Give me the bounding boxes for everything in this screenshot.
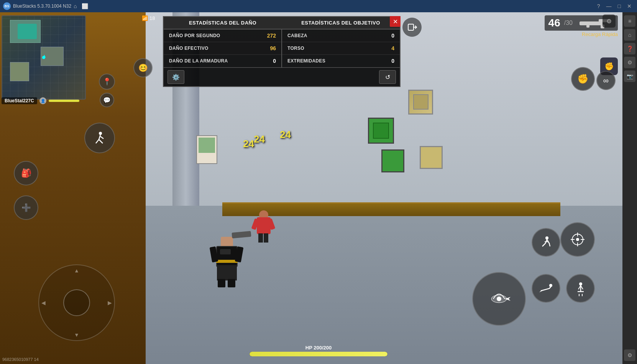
minimap: ▲ bbox=[2, 15, 86, 100]
svg-line-10 bbox=[100, 136, 103, 139]
svg-point-6 bbox=[99, 132, 102, 135]
armor-value: 0 bbox=[273, 58, 276, 64]
minimap-player-dot bbox=[42, 56, 45, 59]
settings-gear-button[interactable]: ⚙ bbox=[603, 15, 616, 28]
crouch-button[interactable] bbox=[532, 228, 560, 257]
player-name: BlueStal227C bbox=[2, 97, 37, 104]
fist-button[interactable]: ✊ bbox=[571, 67, 595, 91]
rv1-icon: ✊ bbox=[604, 62, 614, 71]
limbs-value: 0 bbox=[391, 58, 394, 64]
svg-rect-0 bbox=[408, 24, 414, 30]
minimap-location bbox=[18, 24, 37, 39]
player-bar: BlueStal227C 👤 bbox=[2, 97, 79, 104]
stats-panel: ✕ ESTADÍSTICAS DEL DAÑO ESTADÍSTICAS DEL… bbox=[163, 16, 401, 87]
sidebar-btn-4[interactable]: ⚙ bbox=[624, 57, 635, 68]
run-button[interactable] bbox=[84, 123, 115, 153]
right-sidebar: ≡ ⌂ ❓ ⚙ 📷 ⚙ bbox=[622, 12, 637, 364]
chat-icon: 💬 bbox=[103, 97, 111, 104]
joystick-right-arrow: ▶ bbox=[108, 300, 112, 306]
player-icon: 👤 bbox=[39, 97, 46, 104]
sidebar-btn-5[interactable]: 📷 bbox=[624, 71, 635, 82]
stats-header: ESTADÍSTICAS DEL DAÑO ESTADÍSTICAS DEL O… bbox=[164, 17, 400, 30]
torso-value: 4 bbox=[391, 45, 394, 51]
emoji-button[interactable]: 😊 bbox=[133, 58, 153, 77]
dps-label: DAÑO POR SEGUNDO bbox=[169, 33, 220, 38]
dps-value: 272 bbox=[267, 33, 276, 39]
medkit-icon: ➕ bbox=[21, 203, 31, 212]
stats-row-limbs: EXTREMIDADES 0 bbox=[282, 55, 400, 67]
map-pin-button[interactable]: 📍 bbox=[99, 74, 115, 90]
armor-label: DAÑO DE LA ARMADURA bbox=[169, 58, 228, 64]
reload-text: Recarga Rápida bbox=[582, 31, 618, 37]
target-2 bbox=[368, 118, 394, 144]
damage-number-1: 24 bbox=[243, 138, 254, 150]
infinity-button[interactable]: ∞ bbox=[596, 71, 616, 90]
svg-line-8 bbox=[96, 139, 99, 143]
torso-label: TORSO bbox=[287, 46, 304, 51]
bag-icon: 🎒 bbox=[21, 168, 31, 178]
maximize-btn[interactable]: □ bbox=[616, 2, 623, 10]
ammo-current: 46 bbox=[548, 17, 560, 29]
close-btn[interactable]: ✕ bbox=[625, 2, 634, 10]
medkit-button[interactable]: ➕ bbox=[14, 195, 38, 220]
gear-icon: ⚙ bbox=[606, 18, 612, 25]
joystick-up-arrow: ▲ bbox=[74, 267, 79, 274]
stats-settings-button[interactable]: ⚙️ bbox=[167, 70, 184, 84]
player-character bbox=[214, 237, 241, 287]
stats-close-button[interactable]: ✕ bbox=[390, 16, 401, 27]
sidebar-btn-1[interactable]: ≡ bbox=[624, 15, 635, 27]
bluestacks-logo: BS bbox=[3, 2, 11, 10]
svg-line-7 bbox=[99, 135, 100, 139]
stats-left-header: ESTADÍSTICAS DEL DAÑO bbox=[164, 17, 282, 30]
prone-button[interactable] bbox=[532, 274, 560, 303]
player-health-fill bbox=[49, 100, 79, 102]
ammo-max: /30 bbox=[564, 20, 573, 26]
aim-sight-button[interactable] bbox=[560, 222, 595, 257]
sidebar-btn-6[interactable]: ⚙ bbox=[624, 349, 635, 361]
stats-refresh-icon: ↺ bbox=[385, 74, 390, 81]
player-health-bar-mini bbox=[49, 100, 79, 102]
target-poster bbox=[196, 135, 217, 164]
exit-button[interactable] bbox=[402, 18, 422, 37]
weapon-in-hand bbox=[232, 232, 251, 238]
window-controls: ? — □ ✕ bbox=[595, 2, 634, 10]
damage-number-2: 24 bbox=[254, 133, 265, 145]
stats-refresh-button[interactable]: ↺ bbox=[379, 70, 396, 84]
hud-signal: 📶 18 bbox=[142, 15, 155, 21]
stats-row-head: CABEZA 0 bbox=[282, 30, 400, 42]
signal-value: 18 bbox=[149, 15, 155, 21]
hp-bar-fill bbox=[250, 352, 387, 356]
svg-point-19 bbox=[545, 236, 548, 239]
svg-point-21 bbox=[549, 284, 552, 287]
stats-body: DAÑO POR SEGUNDO 272 DAÑO EFECTIVO 96 DA… bbox=[164, 30, 400, 67]
home-icon[interactable]: ⌂ bbox=[71, 2, 79, 11]
emoji-icon: 😊 bbox=[138, 63, 148, 72]
shoot-aim-button[interactable] bbox=[472, 272, 526, 326]
help-btn[interactable]: ? bbox=[595, 2, 603, 10]
joystick-inner bbox=[63, 289, 90, 316]
stats-right-header: ESTADÍSTICAS DEL OBJETIVO bbox=[282, 17, 400, 30]
svg-point-12 bbox=[497, 297, 501, 301]
infinity-icon: ∞ bbox=[603, 76, 609, 85]
minimize-btn[interactable]: — bbox=[604, 2, 614, 10]
titlebar: BS BlueStacks 5.3.70.1004 N32 ⌂ ⬜ ? — □ … bbox=[0, 0, 637, 12]
joystick[interactable]: ▲ ▼ ◀ ▶ bbox=[38, 264, 115, 341]
stats-row-armor: DAÑO DE LA ARMADURA 0 bbox=[164, 55, 281, 67]
sidebar-btn-2[interactable]: ⌂ bbox=[624, 29, 635, 41]
fist-icon: ✊ bbox=[577, 74, 589, 84]
target-1 bbox=[408, 90, 433, 115]
player-id: 9682365010977 14 bbox=[2, 357, 39, 362]
app-title: BlueStacks 5.3.70.1004 N32 bbox=[13, 3, 71, 9]
close-x-icon: ✕ bbox=[393, 18, 398, 25]
head-value: 0 bbox=[391, 33, 394, 39]
screenshot-icon[interactable]: ⬜ bbox=[79, 2, 90, 11]
enemy-character bbox=[255, 210, 272, 241]
sidebar-btn-3[interactable]: ❓ bbox=[624, 43, 635, 54]
chat-button[interactable]: 💬 bbox=[100, 93, 114, 107]
hp-bar-container: HP 200/200 bbox=[250, 345, 387, 356]
svg-point-18 bbox=[576, 238, 579, 241]
minimap-building bbox=[10, 62, 29, 81]
jump-button[interactable] bbox=[566, 274, 595, 303]
bag-button[interactable]: 🎒 bbox=[14, 161, 38, 185]
stats-row-effective: DAÑO EFECTIVO 96 bbox=[164, 42, 281, 55]
